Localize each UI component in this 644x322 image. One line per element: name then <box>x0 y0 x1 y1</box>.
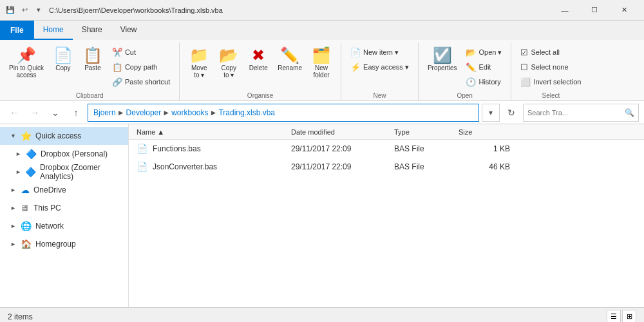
new-label: New <box>341 92 418 99</box>
view-tab[interactable]: View <box>111 21 146 40</box>
tiles-view-button[interactable]: ⊞ <box>622 310 636 323</box>
sidebar-item-dropbox-zoomer[interactable]: ► 🔷 Dropbox (Zoomer Analytics) <box>0 163 128 181</box>
copy-path-icon: 📋 <box>112 62 122 72</box>
refresh-button[interactable]: ↻ <box>502 104 520 122</box>
share-tab[interactable]: Share <box>73 21 111 40</box>
file-type-functions: BAS File <box>394 144 459 153</box>
this-pc-icon: 🖥 <box>21 203 30 213</box>
open-col: 📂 Open ▾ ✏️ Edit 🕐 History <box>462 45 506 89</box>
address-dropdown-button[interactable]: ▾ <box>482 104 500 122</box>
search-box[interactable]: 🔍 <box>523 104 639 122</box>
new-group: 📄 New item ▾ ⚡ Easy access ▾ New <box>341 43 419 100</box>
copy-icon: 📄 <box>53 48 73 63</box>
sidebar-item-onedrive[interactable]: ► ☁ OneDrive <box>0 181 128 199</box>
homegroup-label: Homegroup <box>35 240 76 249</box>
sidebar-item-network[interactable]: ► 🌐 Network <box>0 217 128 235</box>
delete-label: Delete <box>249 64 268 71</box>
sidebar-item-quick-access[interactable]: ▼ ⭐ Quick access <box>0 127 128 145</box>
paste-shortcut-button[interactable]: 🔗 Paste shortcut <box>108 75 174 89</box>
name-col-header[interactable]: Name ▲ <box>137 128 291 136</box>
delete-button[interactable]: ✖ Delete <box>244 45 272 74</box>
file-name-text-functions: Functions.bas <box>153 144 201 153</box>
edit-icon: ✏️ <box>466 62 476 72</box>
maximize-button[interactable]: ☐ <box>580 0 609 21</box>
sidebar-item-dropbox-personal[interactable]: ► 🔷 Dropbox (Personal) <box>0 145 128 163</box>
expand-arrow-2: ► <box>15 151 22 157</box>
file-size-jsonconverter: 46 KB <box>459 162 510 171</box>
file-date-functions: 29/11/2017 22:09 <box>291 144 394 153</box>
sidebar-item-this-pc[interactable]: ► 🖥 This PC <box>0 199 128 217</box>
file-icon-functions: 📄 <box>137 144 147 154</box>
history-button[interactable]: 🕐 History <box>462 75 506 89</box>
dropbox-zoomer-icon: 🔷 <box>25 167 36 177</box>
file-menu[interactable]: File <box>0 21 34 40</box>
sort-arrow: ▲ <box>157 128 164 136</box>
copy-button[interactable]: 📄 Copy <box>49 45 77 74</box>
file-row-jsonconverter[interactable]: 📄 JsonConverter.bas 29/11/2017 22:09 BAS… <box>129 158 644 176</box>
save-icon: 💾 <box>5 5 15 15</box>
copy-to-label: Copyto ▾ <box>222 64 236 79</box>
dropbox-zoomer-label: Dropbox (Zoomer Analytics) <box>40 163 123 181</box>
details-view-button[interactable]: ☰ <box>607 310 621 323</box>
pin-quickaccess-button[interactable]: 📌 Pin to Quickaccess <box>5 45 48 81</box>
select-group: ☑ Select all ☐ Select none ⬜ Invert sele… <box>511 43 590 100</box>
network-icon: 🌐 <box>21 221 32 231</box>
new-item-label: New item ▾ <box>363 48 399 57</box>
forward-button[interactable]: → <box>26 104 44 122</box>
sidebar-item-homegroup[interactable]: ► 🏠 Homegroup <box>0 235 128 253</box>
new-folder-button[interactable]: 🗂️ Newfolder <box>307 45 336 81</box>
type-col-header[interactable]: Type <box>394 128 459 136</box>
file-row-functions[interactable]: 📄 Functions.bas 29/11/2017 22:09 BAS Fil… <box>129 140 644 158</box>
new-item-button[interactable]: 📄 New item ▾ <box>346 45 413 59</box>
open-button[interactable]: 📂 Open ▾ <box>462 45 506 59</box>
window-controls: — ☐ ✕ <box>550 0 639 21</box>
file-type-jsonconverter: BAS File <box>394 162 459 171</box>
file-icon-jsonconverter: 📄 <box>137 162 147 172</box>
new-col: 📄 New item ▾ ⚡ Easy access ▾ <box>346 45 413 74</box>
title-path: C:\Users\Bjoern\Developer\workbooks\Trad… <box>49 6 550 14</box>
file-name-text-jsonconverter: JsonConverter.bas <box>153 162 217 171</box>
new-folder-icon: 🗂️ <box>312 48 331 63</box>
file-date-jsonconverter: 29/11/2017 22:09 <box>291 162 394 171</box>
rename-button[interactable]: ✏️ Rename <box>274 45 306 74</box>
home-tab[interactable]: Home <box>34 21 73 40</box>
search-input[interactable] <box>527 109 622 117</box>
expand-arrow-5: ► <box>10 205 17 211</box>
paste-button[interactable]: 📋 Paste <box>79 45 107 74</box>
cut-button[interactable]: ✂️ Cut <box>108 45 174 59</box>
undo-icon: ↩ <box>19 5 30 15</box>
minimize-button[interactable]: — <box>550 0 580 21</box>
paste-icon: 📋 <box>83 48 102 63</box>
expand-arrow-4: ► <box>10 187 17 193</box>
cut-label: Cut <box>125 48 136 56</box>
up-button[interactable]: ↑ <box>67 104 85 122</box>
invert-label: Invert selection <box>533 78 581 86</box>
address-area: ← → ⌄ ↑ Bjoern ► Developer ► workbooks ►… <box>0 101 644 124</box>
breadcrumb-bjoern[interactable]: Bjoern <box>93 108 116 117</box>
breadcrumb-workbooks[interactable]: workbooks <box>171 108 208 117</box>
address-bar[interactable]: Bjoern ► Developer ► workbooks ► Trading… <box>88 104 479 122</box>
select-all-button[interactable]: ☑ Select all <box>516 45 585 59</box>
move-to-button[interactable]: 📁 Moveto ▾ <box>185 45 213 81</box>
edit-button[interactable]: ✏️ Edit <box>462 60 506 74</box>
copy-to-button[interactable]: 📂 Copyto ▾ <box>214 45 243 81</box>
size-col-header[interactable]: Size <box>459 128 510 136</box>
date-col-header[interactable]: Date modified <box>291 128 394 136</box>
recent-button[interactable]: ⌄ <box>46 104 64 122</box>
invert-selection-button[interactable]: ⬜ Invert selection <box>516 75 585 89</box>
paste-shortcut-icon: 🔗 <box>112 77 122 87</box>
open-icon: 📂 <box>466 48 476 57</box>
easy-access-button[interactable]: ⚡ Easy access ▾ <box>346 60 413 74</box>
copy-path-button[interactable]: 📋 Copy path <box>108 60 174 74</box>
breadcrumb-developer[interactable]: Developer <box>126 108 162 117</box>
breadcrumb-file[interactable]: Trading.xlsb.vba <box>218 108 275 117</box>
open-label: Open <box>419 92 511 99</box>
file-header: Name ▲ Date modified Type Size <box>129 124 644 140</box>
properties-button[interactable]: ☑️ Properties <box>424 45 461 74</box>
select-none-button[interactable]: ☐ Select none <box>516 60 585 74</box>
close-button[interactable]: ✕ <box>609 0 639 21</box>
back-button[interactable]: ← <box>5 104 23 122</box>
open-label: Open ▾ <box>478 48 502 57</box>
copy-to-icon: 📂 <box>219 48 238 63</box>
ribbon: 📌 Pin to Quickaccess 📄 Copy 📋 Paste ✂️ C… <box>0 40 644 101</box>
